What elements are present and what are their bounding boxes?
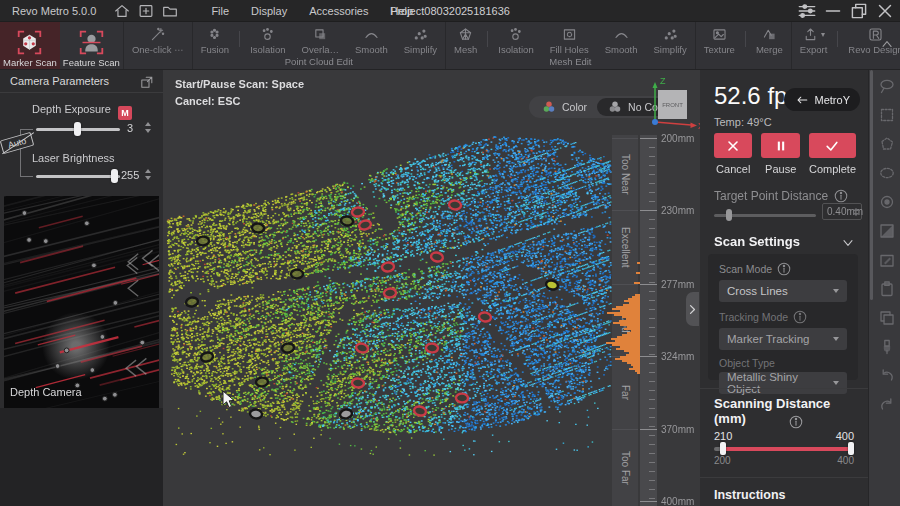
fill-holes-button[interactable]: Fill Holes: [542, 22, 597, 56]
one-click-button[interactable]: One-click ⋯: [124, 22, 192, 56]
color-option[interactable]: Color: [531, 98, 597, 116]
laser-brightness-label: Laser Brightness: [32, 152, 115, 164]
toolbar-collapse-icon[interactable]: [879, 36, 895, 52]
mouse-cursor: [221, 390, 237, 410]
gray-dots-icon: [607, 99, 623, 115]
chevron-down-icon[interactable]: [840, 235, 856, 251]
panel-collapse-button[interactable]: [686, 292, 699, 326]
disc-select-icon[interactable]: [877, 192, 897, 212]
mesh-smooth-button[interactable]: Smooth: [597, 22, 646, 56]
polygon-select-icon[interactable]: [877, 134, 897, 154]
info-icon[interactable]: [833, 188, 849, 204]
depth-exposure-stepper[interactable]: [145, 122, 151, 133]
scan-control-panel: 52.6 fps Temp: 49°C MetroY Cancel Pause …: [700, 70, 868, 506]
fusion-button[interactable]: Fusion: [193, 22, 238, 56]
simplify-icon: [412, 26, 429, 43]
depth-histogram-bar: [637, 372, 640, 374]
pc-simplify-button[interactable]: Simplify: [396, 22, 445, 56]
clipboard-icon[interactable]: [877, 279, 897, 299]
ellipse-select-icon[interactable]: [877, 163, 897, 183]
rectangle-select-icon[interactable]: [877, 105, 897, 125]
popout-icon[interactable]: [139, 74, 155, 90]
title-bar: Revo Metro 5.0.0 File Display Accessorie…: [0, 0, 900, 22]
tracking-mode-select[interactable]: Marker Tracking: [719, 328, 847, 350]
pc-smooth-button[interactable]: Smooth: [347, 22, 396, 56]
feature-scan-button[interactable]: Feature Scan: [60, 22, 123, 69]
pc-isolation-button[interactable]: Isolation: [242, 22, 293, 56]
slider-handle: [726, 209, 732, 221]
info-icon[interactable]: [776, 261, 792, 277]
range-handle-min[interactable]: [720, 442, 726, 455]
target-point-distance-slider: [714, 208, 816, 222]
toolbar-group-caption: Point Cloud Edit: [193, 56, 445, 69]
pause-button[interactable]: [761, 133, 799, 158]
scan-mode-label: Scan Mode: [719, 261, 847, 277]
texture-button-label: Texture: [704, 44, 735, 55]
chevron-right-icon: [686, 303, 699, 316]
scanning-distance-max: 400: [836, 430, 854, 442]
fusion-button-label: Fusion: [201, 44, 230, 55]
caret-down-icon: ▾: [821, 30, 825, 39]
menu-display[interactable]: Display: [240, 5, 298, 17]
preferences-icon[interactable]: [794, 0, 820, 22]
toolbar-separator: [745, 31, 746, 47]
close-icon[interactable]: [872, 0, 898, 22]
range-handle-max[interactable]: [848, 442, 854, 455]
depth-tick-label: 230mm: [661, 205, 694, 216]
info-icon[interactable]: [792, 309, 808, 325]
laser-brightness-value[interactable]: 255: [121, 169, 139, 181]
scan-viewport[interactable]: Start/Pause Scan: Space Cancel: ESC Colo…: [163, 70, 700, 506]
depth-camera-preview: [4, 196, 159, 408]
depth-tick-label: 277mm: [661, 279, 694, 290]
cancel-label: Cancel: [716, 163, 750, 175]
minimize-icon[interactable]: [820, 0, 846, 22]
slider-handle[interactable]: [74, 122, 81, 136]
open-project-icon[interactable]: [158, 2, 182, 20]
orientation-gizmo[interactable]: Z X FRONT: [641, 72, 700, 136]
object-type-select[interactable]: Metallic Shiny Object: [719, 372, 847, 394]
toolbar-separator: [487, 31, 488, 47]
pen-select-icon[interactable]: [877, 250, 897, 270]
copy-icon[interactable]: [877, 308, 897, 328]
scan-settings-box: Scan Mode Cross Lines Tracking Mode Mark…: [708, 254, 858, 380]
mesh-button[interactable]: Mesh: [446, 22, 485, 56]
laser-brightness-slider[interactable]: [36, 169, 120, 183]
scanning-distance-slider[interactable]: [714, 447, 854, 451]
home-icon[interactable]: [110, 2, 134, 20]
info-icon[interactable]: [788, 414, 804, 430]
pc-simplify-button-label: Simplify: [404, 44, 437, 55]
marker-scan-button[interactable]: Marker Scan: [0, 22, 60, 69]
slider-handle[interactable]: [111, 169, 118, 183]
undo-icon[interactable]: [877, 366, 897, 386]
overlap-button[interactable]: Overla…: [294, 22, 347, 56]
texture-button[interactable]: Texture: [696, 22, 743, 56]
new-project-icon[interactable]: [134, 2, 158, 20]
depth-histogram-bar: [637, 262, 640, 264]
device-button[interactable]: MetroY: [784, 88, 860, 111]
caret-down-icon: [833, 381, 839, 385]
mesh-isolation-button[interactable]: Isolation: [490, 22, 541, 56]
pc-isolation-button-label: Isolation: [250, 44, 285, 55]
brush-icon[interactable]: [877, 337, 897, 357]
depth-exposure-value[interactable]: 3: [127, 122, 133, 134]
manual-mode-badge[interactable]: M: [118, 106, 132, 120]
restore-icon[interactable]: [846, 0, 872, 22]
lasso-select-icon[interactable]: [877, 76, 897, 96]
laser-brightness-stepper[interactable]: [145, 169, 151, 180]
cancel-button[interactable]: [714, 133, 752, 158]
scan-mode-select[interactable]: Cross Lines: [719, 280, 847, 302]
depth-exposure-label: Depth ExposureM: [32, 103, 132, 120]
mesh-simplify-button[interactable]: Simplify: [645, 22, 694, 56]
export-button[interactable]: ▾Export: [792, 22, 835, 56]
panel-scrollbar[interactable]: [870, 70, 873, 300]
depth-exposure-slider[interactable]: [36, 122, 120, 136]
toolbar-section: Marker ScanFeature Scan: [0, 22, 124, 69]
merge-button[interactable]: Merge: [748, 22, 791, 56]
invert-select-icon[interactable]: [877, 221, 897, 241]
complete-button[interactable]: [809, 133, 856, 158]
range-min-label: 200: [714, 455, 731, 466]
pause-icon: [773, 138, 789, 154]
redo-icon[interactable]: [877, 395, 897, 415]
menu-file[interactable]: File: [200, 5, 240, 17]
menu-accessories[interactable]: Accessories: [298, 5, 379, 17]
